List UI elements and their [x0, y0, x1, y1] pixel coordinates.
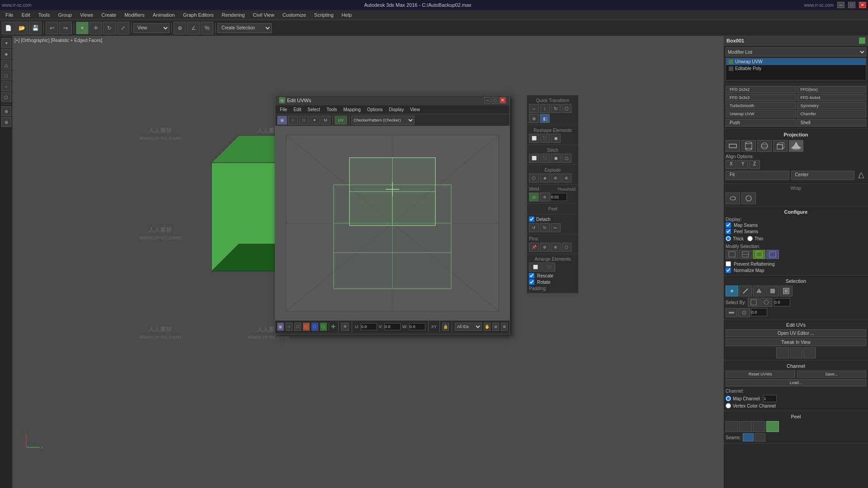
- open-uv-editor-btn[interactable]: Open UV Editor ...: [726, 329, 866, 337]
- menu-modifiers[interactable]: Modifiers: [121, 11, 148, 19]
- uvw-bottom-icon2[interactable]: 🖐: [484, 323, 491, 331]
- weld-btn-1[interactable]: ◎: [529, 192, 539, 202]
- tb-snap-percent[interactable]: %: [201, 22, 213, 34]
- tb-select[interactable]: ✦: [76, 22, 89, 34]
- modifier-unwrap-uvw[interactable]: Unwrap UVW: [726, 58, 866, 65]
- menu-animation[interactable]: Animation: [149, 11, 179, 19]
- rotate-checkbox[interactable]: [529, 279, 534, 285]
- vertex-color-radio[interactable]: [726, 403, 731, 408]
- map-channel-input[interactable]: [763, 395, 777, 402]
- thin-radio[interactable]: [747, 236, 753, 241]
- uvw-w-input[interactable]: [409, 323, 425, 330]
- seam-color-1[interactable]: [743, 433, 754, 441]
- explode-btn-4[interactable]: ⊕: [561, 174, 571, 183]
- tweak-in-view-btn[interactable]: Tweak In View: [726, 338, 866, 346]
- uvw-tb-3[interactable]: □: [299, 116, 309, 125]
- uvw-bottom-tb4[interactable]: ⬡: [303, 323, 310, 331]
- uvw-bottom-icon4[interactable]: ⊗: [501, 323, 508, 331]
- pins-btn-4[interactable]: ⬡: [561, 243, 571, 252]
- weld-btn-2[interactable]: ⊛: [540, 192, 550, 202]
- menu-graph-editors[interactable]: Graph Editors: [179, 11, 217, 19]
- uvw-bottom-xform[interactable]: ⊕: [341, 323, 349, 331]
- uvw-bottom-tb3[interactable]: □: [294, 323, 301, 331]
- stitch-btn-2[interactable]: ⬛: [540, 154, 550, 163]
- reshape-btn-2[interactable]: ⬛: [540, 134, 550, 143]
- detach-btn-3[interactable]: ↼: [551, 223, 561, 232]
- menu-help[interactable]: Help: [338, 11, 356, 19]
- edit-uvs-icon1[interactable]: [776, 347, 789, 358]
- uvw-v-input[interactable]: [384, 323, 401, 330]
- chamfer-btn[interactable]: Chamfer: [797, 110, 867, 117]
- threshold-input[interactable]: [551, 193, 567, 201]
- tb-save[interactable]: 💾: [29, 22, 42, 34]
- menu-file[interactable]: File: [2, 11, 17, 19]
- peel-icon4[interactable]: [766, 421, 779, 432]
- pins-btn-1[interactable]: 📌: [529, 243, 539, 252]
- menu-tools[interactable]: Tools: [35, 11, 54, 19]
- reset-uvws-btn[interactable]: Reset UVWs: [726, 371, 795, 378]
- detach-btn-2[interactable]: ↻: [540, 223, 550, 232]
- explode-btn-1[interactable]: ⬡: [529, 174, 539, 183]
- select-by-btn4[interactable]: [738, 308, 750, 317]
- uvw-checker-dropdown[interactable]: CheckerPattern (Checker): [351, 116, 415, 125]
- detach-checkbox[interactable]: [529, 216, 534, 222]
- uvw-menu-mapping[interactable]: Mapping: [341, 107, 363, 113]
- select-by-btn1[interactable]: [748, 298, 760, 307]
- qt-btn-5[interactable]: ⊕: [529, 114, 539, 123]
- pins-btn-3[interactable]: ⊗: [551, 243, 561, 252]
- shell-btn[interactable]: Shell: [797, 119, 867, 127]
- uvw-menu-tools[interactable]: Tools: [324, 107, 340, 113]
- menu-edit[interactable]: Edit: [18, 11, 34, 19]
- stitch-btn-3[interactable]: ◼: [551, 154, 561, 163]
- peel-icon2[interactable]: [739, 421, 752, 432]
- left-tb-1[interactable]: ✦: [1, 38, 11, 48]
- select-by-btn2[interactable]: [760, 298, 772, 307]
- modifier-editable-poly[interactable]: Editable Poly: [726, 65, 866, 72]
- left-tb-6[interactable]: ⬡: [1, 92, 11, 102]
- menu-views[interactable]: Views: [76, 11, 97, 19]
- symmetry[interactable]: Symmetry: [797, 102, 867, 109]
- ffd-3x3x3[interactable]: FFD 3x3x3: [726, 94, 796, 101]
- thick-radio[interactable]: [726, 236, 731, 241]
- modify-sel-btn4[interactable]: [766, 250, 779, 259]
- uvw-all-ids-dropdown[interactable]: All IDs: [455, 323, 482, 331]
- modifier-list-dropdown[interactable]: Modifier List: [726, 47, 866, 56]
- sel-vertex[interactable]: [726, 286, 738, 296]
- qt-btn-1[interactable]: ↔: [529, 104, 539, 113]
- ffd-4x4x4[interactable]: FFD 4x4x4: [797, 94, 867, 101]
- load-btn[interactable]: Load...: [726, 379, 866, 386]
- menu-customize[interactable]: Customize: [279, 11, 310, 19]
- sel-element[interactable]: [780, 286, 793, 296]
- uvw-menu-select[interactable]: Select: [305, 107, 323, 113]
- stitch-btn-4[interactable]: ◻: [561, 154, 571, 163]
- align-z[interactable]: Z: [749, 160, 760, 169]
- sel-edge[interactable]: [739, 286, 752, 296]
- map-seams-checkbox[interactable]: [726, 222, 731, 228]
- explode-btn-2[interactable]: ◈: [540, 174, 550, 183]
- tb-scale[interactable]: ⤢: [117, 22, 129, 34]
- peel-seams-checkbox[interactable]: [726, 229, 731, 234]
- uvw-menu-file[interactable]: File: [277, 107, 290, 113]
- qt-btn-2[interactable]: ↕: [540, 104, 550, 113]
- tb-snap-angle[interactable]: ∠: [187, 22, 200, 34]
- left-tb-3[interactable]: △: [1, 60, 11, 70]
- proj-cylinder[interactable]: [741, 140, 756, 152]
- left-tb-8[interactable]: ⊗: [1, 117, 11, 127]
- uvw-bottom-tb5[interactable]: ⬡: [311, 323, 318, 331]
- uvw-tb-5[interactable]: M: [321, 116, 330, 125]
- fit-btn[interactable]: Fit: [726, 171, 789, 180]
- left-tb-4[interactable]: □: [1, 70, 11, 80]
- sel-face[interactable]: [753, 286, 765, 296]
- uvw-menu-display[interactable]: Display: [386, 107, 406, 113]
- viewport[interactable]: [+] [Orthographic] [Realistic + Edged Fa…: [13, 36, 723, 488]
- uvw-menu-view[interactable]: View: [407, 107, 423, 113]
- edit-uvs-icon2[interactable]: [790, 347, 802, 358]
- uvw-tb-1[interactable]: ▣: [277, 116, 287, 125]
- uvw-close[interactable]: ✕: [500, 97, 506, 103]
- ffd-2x2x2[interactable]: FFD 2x2x2: [726, 86, 796, 93]
- uvw-u-input[interactable]: [361, 323, 377, 330]
- uvw-titlebar[interactable]: U Edit UVWs ─ □ ✕: [275, 95, 509, 105]
- uvw-minimize[interactable]: ─: [484, 97, 491, 103]
- proj-sphere[interactable]: [757, 140, 772, 152]
- uvw-restore[interactable]: □: [492, 97, 498, 103]
